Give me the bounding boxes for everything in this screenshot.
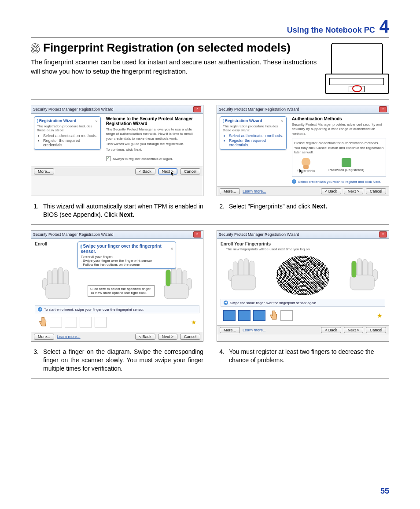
- back-button[interactable]: < Back: [321, 188, 341, 194]
- cancel-button[interactable]: Cancel: [366, 327, 386, 333]
- info-bar: ➔ To start enrollment, swipe your finger…: [35, 305, 199, 313]
- more-button[interactable]: More...: [34, 168, 54, 175]
- divider: [31, 99, 389, 100]
- close-icon[interactable]: ×: [193, 231, 201, 238]
- chapter-title: Using the Notebook PC: [287, 26, 375, 35]
- step-caption: 3. Select a finger on the diagram. Swipe…: [31, 348, 203, 373]
- hand-pointer-icon: [37, 316, 47, 328]
- section-title-text: Fingerprint Registration (on selected mo…: [43, 41, 291, 55]
- left-hand-diagram[interactable]: [39, 267, 79, 302]
- close-icon[interactable]: ×: [379, 231, 387, 238]
- enroll-heading: Enroll: [35, 241, 47, 246]
- svg-rect-14: [166, 270, 171, 286]
- info-icon: i: [37, 119, 38, 123]
- progress-slots: ★: [35, 315, 199, 329]
- cancel-button[interactable]: Cancel: [180, 168, 200, 175]
- star-icon: ★: [377, 312, 383, 319]
- fingerprint-icon: [302, 158, 310, 168]
- next-button[interactable]: Next >: [158, 334, 177, 340]
- learn-more-link[interactable]: Learn more...: [57, 334, 81, 339]
- cursor-icon: [171, 171, 175, 177]
- divider: [31, 224, 389, 225]
- step-caption: 4. You must register at least two finger…: [217, 348, 389, 373]
- svg-rect-23: [363, 260, 368, 278]
- progress-slots: ★: [221, 308, 385, 323]
- fingerprint-sensor-highlight: [352, 85, 362, 92]
- close-icon[interactable]: ×: [193, 106, 201, 112]
- svg-rect-9: [171, 268, 176, 286]
- close-icon[interactable]: ×: [96, 119, 98, 123]
- info-icon: ➔: [224, 301, 228, 305]
- enroll-heading: Enroll Your Fingerprints: [221, 241, 385, 246]
- close-icon[interactable]: ×: [379, 106, 387, 112]
- password-icon: [342, 158, 351, 167]
- password-option[interactable]: Password (Registered): [328, 158, 364, 173]
- back-button[interactable]: < Back: [135, 334, 155, 340]
- hand-pointer-icon: [268, 310, 278, 321]
- step-caption: 2. Select "Fingerprints" and click Next.: [217, 202, 389, 219]
- svg-rect-4: [58, 268, 63, 286]
- learn-more-link[interactable]: Learn more...: [243, 328, 266, 332]
- always-register-checkbox[interactable]: [106, 156, 111, 161]
- left-hand-diagram[interactable]: [225, 258, 265, 293]
- window-title: Security Protect Manager Registration Wi…: [219, 232, 299, 237]
- section-intro: The fingerprint scanner can be used for …: [31, 57, 318, 76]
- wizard-step4: Security Protect Manager Registration Wi…: [217, 230, 389, 342]
- finger-tooltip: Click here to select the specified finge…: [88, 285, 155, 297]
- learn-more-link[interactable]: Learn more...: [243, 189, 266, 193]
- close-icon[interactable]: ×: [171, 246, 173, 251]
- info-icon: i: [223, 119, 224, 123]
- svg-rect-10: [177, 268, 182, 286]
- back-button[interactable]: < Back: [135, 168, 155, 175]
- back-button[interactable]: < Back: [321, 327, 341, 333]
- next-button[interactable]: Next >: [344, 327, 363, 333]
- svg-marker-0: [171, 171, 174, 176]
- divider: [31, 378, 389, 379]
- registration-callout: i Registration Wizard × The registration…: [220, 116, 287, 150]
- cancel-button[interactable]: Cancel: [180, 334, 200, 340]
- fingerprints-option[interactable]: Fingerprints: [297, 158, 315, 173]
- fingerprint-preview: [276, 256, 329, 295]
- info-icon: i: [292, 179, 296, 184]
- more-button[interactable]: More...: [220, 327, 240, 333]
- info-bar: ➔ Swipe the same finger over the fingerp…: [221, 299, 385, 307]
- registration-callout: i Registration Wizard × The registration…: [34, 116, 101, 150]
- star-icon: ★: [191, 319, 197, 326]
- right-hand-diagram[interactable]: [155, 267, 195, 302]
- svg-rect-20: [232, 275, 256, 290]
- fingerprint-icon: [31, 43, 40, 53]
- svg-rect-3: [53, 268, 58, 286]
- svg-rect-16: [239, 260, 243, 278]
- svg-rect-7: [46, 284, 70, 299]
- svg-marker-1: [299, 169, 302, 174]
- svg-rect-27: [352, 261, 357, 277]
- laptop-illustration: [323, 41, 389, 94]
- wizard-step2: Security Protect Manager Registration Wi…: [217, 105, 389, 196]
- right-hand-diagram[interactable]: [341, 258, 381, 293]
- info-icon: ➔: [38, 307, 42, 312]
- step-caption: 1. This wizard will automatically start …: [31, 202, 203, 219]
- swipe-callout: i Swipe your finger over the fingerprint…: [77, 241, 176, 269]
- cursor-icon: [299, 169, 304, 174]
- header-rule: [31, 37, 389, 37]
- cancel-button[interactable]: Cancel: [366, 188, 386, 194]
- window-title: Security Protect Manager Registration Wi…: [219, 107, 299, 111]
- section-heading: Fingerprint Registration (on selected mo…: [31, 41, 318, 55]
- next-button[interactable]: Next >: [158, 168, 177, 175]
- wizard-step3: Security Protect Manager Registration Wi…: [31, 230, 203, 342]
- page-number: 55: [380, 487, 389, 496]
- wizard-heading: Authentication Methods: [292, 116, 386, 121]
- svg-rect-22: [357, 259, 362, 278]
- chapter-number: 4: [379, 18, 389, 35]
- wizard-step1: Security Protect Manager Registration Wi…: [31, 105, 203, 196]
- more-button[interactable]: More...: [34, 334, 54, 340]
- wizard-heading: Welcome to the Security Protect Manager …: [106, 116, 200, 126]
- info-icon: i: [81, 245, 81, 249]
- svg-rect-17: [244, 259, 249, 278]
- more-button[interactable]: More...: [220, 188, 240, 194]
- window-title: Security Protect Manager Registration Wi…: [33, 232, 114, 237]
- next-button[interactable]: Next >: [344, 188, 363, 194]
- window-title: Security Protect Manager Registration Wi…: [33, 107, 114, 111]
- enroll-subheading: The new fingerprints will be used next t…: [226, 247, 385, 251]
- close-icon[interactable]: ×: [281, 119, 284, 123]
